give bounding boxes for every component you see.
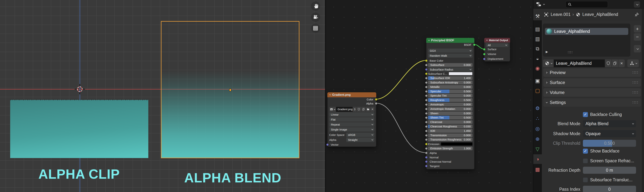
tab-constraints[interactable]: ⊛ — [533, 134, 542, 144]
options-dropdown-button[interactable] — [634, 1, 640, 7]
image-output-socket-alpha[interactable] — [375, 102, 377, 105]
bsdf-slider-subsurface[interactable]: Subsurface0.000 — [428, 63, 472, 67]
subsurface-translucency-checkbox[interactable] — [583, 178, 588, 183]
bsdf-slider-clearcoat-roughness[interactable]: Clearcoat Roughness0.030 — [428, 125, 472, 128]
bsdf-slider-transmission[interactable]: Transmission0.000 — [428, 133, 472, 137]
panel-settings[interactable]: Settings ∷∷ — [543, 98, 641, 107]
bsdf-input-socket-transmission-roughness[interactable] — [425, 138, 428, 141]
list-resize-grip[interactable]: ∷∷ — [568, 50, 572, 54]
panel-grip[interactable]: ∷∷ — [632, 90, 638, 95]
bsdf-input-socket-metallic[interactable] — [425, 86, 428, 88]
bsdf-slider-anisotropic-rotation[interactable]: Anisotropic Rotation0.000 — [428, 107, 472, 111]
pan-hand-icon[interactable] — [311, 1, 320, 11]
bsdf-input-socket-ior[interactable] — [425, 130, 428, 132]
bsdf-input-socket-subsurface-ior[interactable] — [425, 77, 428, 79]
node-tree-button[interactable] — [627, 59, 639, 67]
panel-grip[interactable]: ∷∷ — [632, 100, 638, 105]
image-texture-node[interactable]: Gradient.png ColorAlphaGradient.png3×Lin… — [327, 92, 376, 147]
browse-image-button[interactable] — [329, 107, 336, 112]
bsdf-slider-roughness[interactable]: Roughness0.500 — [428, 98, 472, 102]
bsdf-input-socket-alpha[interactable] — [425, 152, 428, 154]
bsdf-slider-metallic[interactable]: Metallic0.000 — [428, 85, 472, 89]
image-input-socket-vector[interactable] — [326, 143, 329, 146]
slot-specials-dropdown[interactable] — [634, 45, 641, 52]
bsdf-input-socket-emission[interactable] — [425, 143, 428, 145]
image-name-field[interactable]: Gradient.png — [336, 107, 352, 112]
bsdf-input-socket-subsurface-anisotropy[interactable] — [425, 82, 428, 84]
image-output-socket-color[interactable] — [375, 98, 377, 101]
collapse-icon[interactable] — [329, 94, 331, 96]
image-select-straight[interactable]: Straight — [346, 138, 374, 142]
bsdf-slider-subsurface-ior[interactable]: Subsurface IOR1.400 — [428, 76, 472, 80]
output-input-socket-volume[interactable] — [483, 53, 486, 55]
tab-object[interactable]: ▢ — [533, 86, 542, 96]
browse-material-button[interactable] — [543, 59, 554, 67]
panel-surface[interactable]: Surface ∷∷ — [543, 78, 641, 87]
breadcrumb-material[interactable]: Leave_AlphaBlend — [582, 12, 618, 17]
bsdf-input-socket-clearcoat-roughness[interactable] — [425, 125, 428, 128]
slot-specials-button[interactable]: ▶ — [546, 50, 548, 54]
image-users-count[interactable]: 3 — [353, 107, 356, 112]
tab-physics[interactable]: ◎ — [533, 124, 542, 133]
bsdf-slider-specular[interactable]: Specular0.500 — [428, 90, 472, 93]
tab-collection[interactable]: ▣ — [533, 76, 542, 86]
bsdf-input-socket-emission-strength[interactable] — [425, 147, 428, 150]
bsdf-slider-emission-strength[interactable]: Emission Strength1.000 — [428, 147, 472, 150]
material-slot-selected[interactable]: Leave_AlphaBlend — [545, 28, 628, 35]
orthographic-grid-icon[interactable] — [311, 24, 320, 33]
backface-culling-checkbox[interactable]: ✓ — [583, 112, 588, 117]
output-node-header[interactable]: Material Output — [484, 38, 510, 42]
breadcrumb-object[interactable]: Leave.001 — [551, 12, 570, 17]
bsdf-input-socket-base-color[interactable] — [425, 59, 428, 62]
clip-threshold-slider[interactable]: 0.500 — [583, 140, 636, 147]
bsdf-input-socket-subsurface-radius[interactable] — [425, 68, 428, 71]
bsdf-input-socket-subsurface-c[interactable] — [425, 73, 428, 75]
refraction-depth-field[interactable]: 0 m — [583, 167, 636, 174]
fake-user-shield-button[interactable] — [605, 59, 612, 67]
bsdf-input-socket-sheen[interactable] — [425, 112, 428, 115]
copy-image-button[interactable] — [362, 107, 366, 112]
output-target-select[interactable]: All — [486, 43, 508, 47]
scrollbar[interactable] — [642, 9, 644, 192]
image-select-linear[interactable]: Linear — [329, 112, 374, 117]
search-input[interactable] — [566, 1, 608, 8]
alpha-clip-plane[interactable] — [10, 100, 148, 158]
unlink-material-button[interactable]: × — [618, 59, 625, 67]
bsdf-select-subsurface-radius[interactable]: Subsurface Radius — [428, 67, 472, 72]
shadow-mode-select[interactable]: Opaque — [583, 130, 636, 137]
tab-scene[interactable]: ◒ — [533, 54, 542, 63]
color-swatch[interactable] — [441, 142, 472, 146]
screen-space-refraction-checkbox[interactable] — [583, 158, 588, 163]
tab-particles[interactable]: ∴ — [533, 114, 542, 123]
bsdf-output-socket[interactable] — [473, 44, 476, 46]
bsdf-slider-subsurface-anisotropy[interactable]: Subsurface Anisotropy0.000 — [428, 81, 472, 84]
copy-material-button[interactable] — [612, 59, 618, 67]
bsdf-input-socket-clearcoat[interactable] — [425, 121, 428, 123]
tab-view-layer[interactable]: ⧉ — [533, 44, 542, 54]
collapse-icon[interactable] — [486, 39, 488, 41]
material-slot-list[interactable]: Leave_AlphaBlend ▶ ∷∷ — [543, 24, 630, 57]
image-select-repeat[interactable]: Repeat — [329, 122, 374, 127]
material-name-field[interactable]: Leave_AlphaBlend — [554, 59, 605, 67]
remove-slot-button[interactable]: − — [634, 33, 641, 41]
editor-type-button[interactable] — [536, 1, 544, 7]
bsdf-input-socket-sheen-tint[interactable] — [425, 116, 428, 119]
bsdf-input-socket-transmission[interactable] — [425, 134, 428, 137]
output-input-socket-surface[interactable] — [483, 48, 486, 51]
tab-tool[interactable]: ⚒ — [533, 11, 542, 21]
open-image-folder-button[interactable] — [366, 107, 370, 112]
bsdf-input-socket-tangent[interactable] — [425, 165, 428, 167]
bsdf-slider-specular-tint[interactable]: Specular Tint0.000 — [428, 94, 472, 97]
image-select-srgb[interactable]: sRGB — [346, 133, 374, 137]
bsdf-slider-transmission-roughness[interactable]: Transmission Roughness0.000 — [428, 138, 472, 141]
tab-modifiers[interactable]: ⚙ — [533, 103, 542, 113]
image-node-header[interactable]: Gradient.png — [327, 92, 376, 97]
tab-texture[interactable]: ▩ — [533, 165, 542, 174]
bsdf-slider-sheen[interactable]: Sheen0.000 — [428, 111, 472, 115]
bsdf-input-socket-normal[interactable] — [425, 156, 428, 159]
panel-preview[interactable]: Preview ∷∷ — [543, 68, 641, 77]
bsdf-slider-clearcoat[interactable]: Clearcoat0.000 — [428, 120, 472, 124]
tab-output[interactable]: ▥ — [533, 34, 542, 44]
tab-world[interactable]: ◉ — [533, 64, 542, 73]
bsdf-slider-sheen-tint[interactable]: Sheen Tint0.500 — [428, 116, 472, 119]
